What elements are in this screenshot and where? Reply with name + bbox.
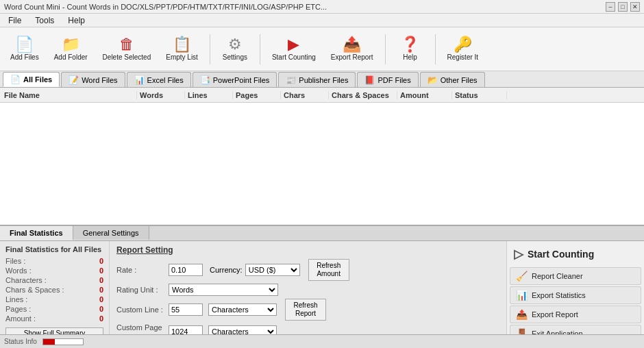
add-folder-button[interactable]: 📁 Add Folder xyxy=(48,30,94,69)
custom-page-unit-select[interactable]: Characters xyxy=(208,325,277,334)
empty-list-button[interactable]: 📋 Empty List xyxy=(160,30,204,69)
word-files-icon: 📝 xyxy=(69,75,79,85)
add-files-label: Add Files xyxy=(10,53,39,61)
stat-chars-spaces-value: 0 xyxy=(99,286,103,294)
tab-word-files[interactable]: 📝 Word Files xyxy=(61,72,125,87)
report-cleaner-label: Report Cleaner xyxy=(532,272,583,280)
tab-pdf-files-label: PDF Files xyxy=(377,76,410,84)
custom-page-row: Custom Page : Characters xyxy=(116,323,499,334)
add-folder-label: Add Folder xyxy=(54,53,88,61)
minimize-button[interactable]: – xyxy=(606,2,615,12)
stat-words: Words : 0 xyxy=(5,266,103,275)
custom-line-input[interactable] xyxy=(169,303,203,316)
tab-other-files[interactable]: 📂 Other Files xyxy=(420,72,485,87)
rating-unit-select[interactable]: Words Characters Lines Pages xyxy=(169,284,278,296)
stat-amount-value: 0 xyxy=(99,314,103,323)
status-bar: Status Info xyxy=(0,334,644,348)
settings-button[interactable]: ⚙ Settings xyxy=(216,30,254,69)
status-progress-fill xyxy=(43,339,55,345)
help-label: Help xyxy=(403,53,417,61)
col-chars-spaces: Chars & Spaces xyxy=(329,91,397,99)
toolbar-separator-3 xyxy=(385,34,386,64)
action-title: ▷ Start Counting xyxy=(510,244,641,264)
tab-word-files-label: Word Files xyxy=(82,76,117,84)
tab-publisher-files[interactable]: 📰 Publisher Files xyxy=(278,72,356,87)
stat-chars-value: 0 xyxy=(99,276,103,284)
start-counting-icon: ▶ xyxy=(288,37,299,52)
export-report-action-button[interactable]: 📤 Export Report xyxy=(510,306,641,323)
tab-other-files-label: Other Files xyxy=(441,76,478,84)
add-files-icon: 📄 xyxy=(15,37,34,52)
settings-label: Settings xyxy=(223,53,247,61)
export-report-action-icon: 📤 xyxy=(516,309,528,320)
window-title: Word Count Mini - Count Words in DOC/XLS… xyxy=(4,3,327,11)
bottom-tabs: Final Statistics General Settings xyxy=(0,226,644,241)
delete-icon: 🗑 xyxy=(119,37,134,52)
register-label: Register It xyxy=(447,53,479,61)
export-statistics-button[interactable]: 📊 Export Statistics xyxy=(510,286,641,304)
currency-label: Currency: xyxy=(210,266,243,274)
stat-lines-label: Lines : xyxy=(5,295,27,303)
bottom-tab-general-settings[interactable]: General Settings xyxy=(73,226,149,240)
bottom-tab-final-statistics[interactable]: Final Statistics xyxy=(0,226,73,240)
toolbar: 📄 Add Files 📁 Add Folder 🗑 Delete Select… xyxy=(0,27,644,71)
maximize-button[interactable]: □ xyxy=(618,2,628,12)
menu-tools[interactable]: Tools xyxy=(32,16,57,25)
col-lines: Lines xyxy=(185,91,233,99)
status-label: Status Info xyxy=(4,338,37,345)
stat-pages-label: Pages : xyxy=(5,305,31,313)
rating-unit-label: Rating Unit : xyxy=(116,286,166,294)
tab-powerpoint-files[interactable]: 📑 PowerPoint Files xyxy=(193,72,277,87)
col-status: Status xyxy=(452,91,507,99)
menu-help[interactable]: Help xyxy=(65,16,88,25)
help-button[interactable]: ❓ Help xyxy=(391,30,430,69)
export-report-button[interactable]: 📤 Export Report xyxy=(325,30,380,69)
bottom-content: Final Statistics for All Files Files : 0… xyxy=(0,241,644,334)
export-report-action-label: Export Report xyxy=(532,310,578,319)
show-full-summary-button[interactable]: Show Full Summary xyxy=(5,327,103,334)
general-settings-label: General Settings xyxy=(83,229,139,237)
export-label: Export Report xyxy=(331,53,373,61)
custom-line-unit-select[interactable]: Characters xyxy=(208,303,277,316)
tab-pdf-files[interactable]: 📕 PDF Files xyxy=(357,72,418,87)
action-title-label: Start Counting xyxy=(528,249,594,260)
tab-excel-files[interactable]: 📊 Excel Files xyxy=(127,72,191,87)
start-counting-button[interactable]: ▶ Start Counting xyxy=(266,30,322,69)
col-chars: Chars xyxy=(281,91,329,99)
file-list xyxy=(0,103,644,225)
excel-files-icon: 📊 xyxy=(134,75,145,85)
empty-list-label: Empty List xyxy=(166,53,198,61)
menu-file[interactable]: File xyxy=(5,16,24,25)
report-title: Report Setting xyxy=(116,245,499,255)
close-button[interactable]: ✕ xyxy=(630,2,640,12)
col-file-name: File Name xyxy=(1,91,137,99)
delete-label: Delete Selected xyxy=(103,53,151,61)
refresh-report-button[interactable]: Refresh Report xyxy=(285,299,326,321)
stat-chars-label: Characters : xyxy=(5,276,47,284)
start-count-panel-icon: ▷ xyxy=(514,247,523,262)
pdf-files-icon: 📕 xyxy=(364,75,375,85)
col-words: Words xyxy=(137,91,185,99)
currency-select[interactable]: USD ($) EUR (€) GBP (£) xyxy=(245,264,300,276)
tab-all-files[interactable]: 📄 All Files xyxy=(3,72,60,87)
col-amount: Amount xyxy=(397,91,452,99)
export-icon: 📤 xyxy=(343,37,361,52)
stat-amount-label: Amount : xyxy=(5,314,36,323)
exit-application-button[interactable]: 🚪 Exit Application xyxy=(510,325,641,334)
report-panel: Report Setting Rate : Currency: USD ($) … xyxy=(110,241,507,334)
stats-title: Final Statistics for All Files xyxy=(5,245,103,253)
help-icon: ❓ xyxy=(401,37,419,52)
stat-chars-spaces-label: Chars & Spaces : xyxy=(5,286,64,294)
empty-list-icon: 📋 xyxy=(173,37,191,52)
rate-label: Rate : xyxy=(116,266,166,274)
refresh-amount-button[interactable]: Refresh Amount xyxy=(308,259,349,281)
stat-words-label: Words : xyxy=(5,266,32,275)
rate-input[interactable] xyxy=(169,264,203,276)
exit-application-icon: 🚪 xyxy=(516,328,528,334)
custom-page-input[interactable] xyxy=(169,325,203,334)
publisher-files-icon: 📰 xyxy=(286,75,296,85)
report-cleaner-button[interactable]: 🧹 Report Cleaner xyxy=(510,267,641,285)
add-files-button[interactable]: 📄 Add Files xyxy=(4,30,45,69)
register-it-button[interactable]: 🔑 Register It xyxy=(441,30,485,69)
delete-selected-button[interactable]: 🗑 Delete Selected xyxy=(97,30,158,69)
